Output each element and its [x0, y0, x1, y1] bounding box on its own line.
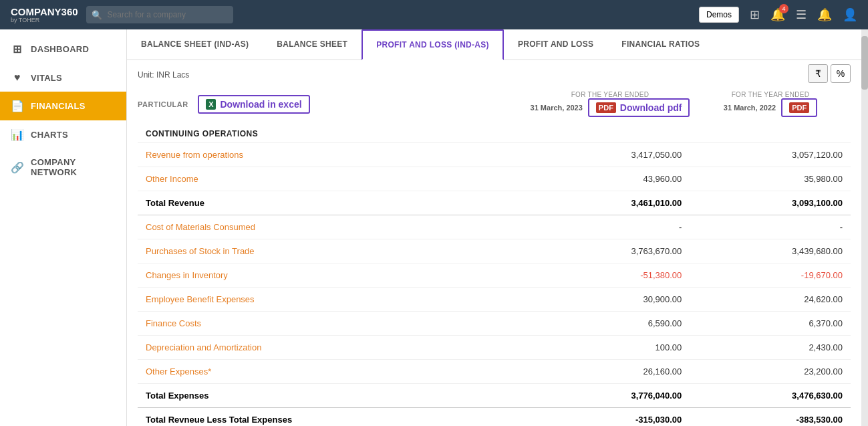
col1-value: 6,590.00 [529, 312, 690, 336]
pdf-icon-1: PDF [596, 102, 616, 113]
col1-value: 26,160.00 [529, 360, 690, 384]
sidebar-item-company-network[interactable]: 🔗 COMPANY NETWORK [0, 149, 126, 185]
particular-cell[interactable]: Other Expenses* [138, 360, 529, 384]
download-row: PARTICULAR X Download in excel FOR THE Y… [138, 87, 851, 121]
menu-icon[interactable]: ☰ [796, 7, 807, 22]
download-pdf-label: Download pdf [620, 102, 682, 113]
financial-table: CONTINUING OPERATIONS Revenue from opera… [138, 121, 851, 426]
particular-cell[interactable]: Purchases of Stock in Trade [138, 239, 529, 263]
logo-text: COMPANY360 [11, 6, 78, 17]
sidebar-item-vitals[interactable]: ♥ VITALS [0, 64, 126, 92]
main-layout: ⊞ DASHBOARD ♥ VITALS 📄 FINANCIALS 📊 CHAR… [0, 29, 868, 426]
sidebar-item-charts[interactable]: 📊 CHARTS [0, 120, 126, 149]
demos-button[interactable]: Demos [699, 7, 739, 23]
col2-value: 3,057,120.00 [690, 143, 851, 167]
col2-value: 3,476,630.00 [690, 384, 851, 408]
financials-icon: 📄 [11, 100, 24, 112]
col2-header: FOR THE YEAR ENDED 31 March, 2022 PDF [690, 91, 851, 117]
scrollbar-thumb[interactable] [861, 36, 868, 90]
pdf-icon-2: PDF [789, 102, 809, 113]
tab-profit-loss-ind-as[interactable]: PROFIT AND LOSS (IND-AS) [361, 29, 504, 60]
download-excel-label: Download in excel [220, 99, 301, 110]
table-row: Finance Costs 6,590.00 6,370.00 [138, 312, 851, 336]
col2-value: 23,200.00 [690, 360, 851, 384]
col1-header: FOR THE YEAR ENDED 31 March, 2023 PDF Do… [530, 91, 690, 117]
network-icon: 🔗 [11, 161, 24, 174]
total-row: Total Revenue 3,461,010.00 3,093,100.00 [138, 191, 851, 215]
filter-icon[interactable]: ⊞ [750, 7, 760, 22]
inr-button[interactable]: ₹ [808, 64, 828, 83]
sidebar-item-dashboard[interactable]: ⊞ DASHBOARD [0, 35, 126, 64]
col1-value: - [529, 215, 690, 239]
particular-cell: Total Revenue [138, 191, 529, 215]
unit-label: Unit: INR Lacs [138, 65, 189, 82]
search-input[interactable] [86, 6, 233, 23]
percent-button[interactable]: % [831, 64, 851, 83]
topbar-right: Demos ⊞ 🔔 4 ☰ 🔔 👤 [699, 7, 857, 23]
table-row: Other Income 43,960.00 35,980.00 [138, 167, 851, 191]
section-header-row: CONTINUING OPERATIONS [138, 121, 851, 143]
table-row: Employee Benefit Expenses 30,900.00 24,6… [138, 288, 851, 312]
particular-cell: Total Expenses [138, 384, 529, 408]
table-row: Changes in Inventory -51,380.00 -19,670.… [138, 263, 851, 288]
col2-date: 31 March, 2022 [724, 104, 776, 112]
col1-value: 3,763,670.00 [529, 239, 690, 263]
col2-value: 6,370.00 [690, 312, 851, 336]
sidebar-item-label: COMPANY NETWORK [31, 157, 116, 177]
particular-cell[interactable]: Finance Costs [138, 312, 529, 336]
particular-cell[interactable]: Other Income [138, 167, 529, 191]
sidebar-item-label: DASHBOARD [31, 44, 89, 54]
col1-value: 3,776,040.00 [529, 384, 690, 408]
col1-date: 31 March, 2023 [531, 104, 583, 112]
col2-value: 35,980.00 [690, 167, 851, 191]
download-pdf-button-2[interactable]: PDF [781, 98, 817, 117]
col1-value: 30,900.00 [529, 288, 690, 312]
sidebar-item-label: VITALS [31, 73, 62, 83]
currency-toggle: ₹ % [808, 64, 851, 83]
user-icon[interactable]: 👤 [843, 7, 857, 22]
download-pdf-button-1[interactable]: PDF Download pdf [588, 98, 690, 117]
logo-area: COMPANY360 by TOHER [11, 7, 78, 23]
table-row: Cost of Materials Consumed - - [138, 215, 851, 239]
content-area: BALANCE SHEET (IND-AS) BALANCE SHEET PRO… [127, 29, 861, 426]
sidebar: ⊞ DASHBOARD ♥ VITALS 📄 FINANCIALS 📊 CHAR… [0, 29, 127, 426]
tab-balance-sheet[interactable]: BALANCE SHEET [263, 29, 361, 60]
particular-cell[interactable]: Cost of Materials Consumed [138, 215, 529, 239]
scrollbar[interactable] [861, 29, 868, 426]
tab-profit-loss[interactable]: PROFIT AND LOSS [504, 29, 607, 60]
section-header-cell: CONTINUING OPERATIONS [138, 121, 851, 143]
logo: COMPANY360 by TOHER [11, 7, 78, 23]
total-row: Total Expenses 3,776,040.00 3,476,630.00 [138, 384, 851, 408]
col2-value: 24,620.00 [690, 288, 851, 312]
particular-label: PARTICULAR X Download in excel [138, 95, 530, 114]
bell-icon[interactable]: 🔔 [817, 7, 832, 22]
table-row: Purchases of Stock in Trade 3,763,670.00… [138, 239, 851, 263]
particular-cell[interactable]: Revenue from operations [138, 143, 529, 167]
particular-cell[interactable]: Changes in Inventory [138, 263, 529, 288]
table-row: Other Expenses* 26,160.00 23,200.00 [138, 360, 851, 384]
col1-value: 43,960.00 [529, 167, 690, 191]
notifications-icon[interactable]: 🔔 4 [770, 7, 785, 22]
particular-cell[interactable]: Employee Benefit Expenses [138, 288, 529, 312]
charts-icon: 📊 [11, 128, 24, 141]
col1-value: -315,030.00 [529, 408, 690, 427]
tab-balance-sheet-ind-as[interactable]: BALANCE SHEET (IND-AS) [127, 29, 263, 60]
sidebar-item-label: CHARTS [31, 130, 68, 140]
topbar: COMPANY360 by TOHER 🔍 Demos ⊞ 🔔 4 ☰ 🔔 👤 [0, 0, 868, 29]
table-area: Unit: INR Lacs ₹ % PARTICULAR X Download… [127, 60, 861, 426]
particular-cell[interactable]: Depreciation and Amortization [138, 336, 529, 360]
col1-value: 3,417,050.00 [529, 143, 690, 167]
table-row: Revenue from operations 3,417,050.00 3,0… [138, 143, 851, 167]
search-wrapper: 🔍 [86, 6, 233, 23]
col2-value: -383,530.00 [690, 408, 851, 427]
particular-cell: Total Revneue Less Total Expenses [138, 408, 529, 427]
table-row: Depreciation and Amortization 100.00 2,4… [138, 336, 851, 360]
col2-value: 2,430.00 [690, 336, 851, 360]
tab-financial-ratios[interactable]: FINANCIAL RATIOS [607, 29, 714, 60]
col2-value: 3,439,680.00 [690, 239, 851, 263]
sidebar-item-financials[interactable]: 📄 FINANCIALS [0, 92, 126, 120]
vitals-icon: ♥ [11, 72, 24, 84]
notification-badge: 4 [779, 4, 788, 13]
download-excel-button[interactable]: X Download in excel [198, 95, 309, 114]
excel-icon: X [206, 99, 216, 110]
